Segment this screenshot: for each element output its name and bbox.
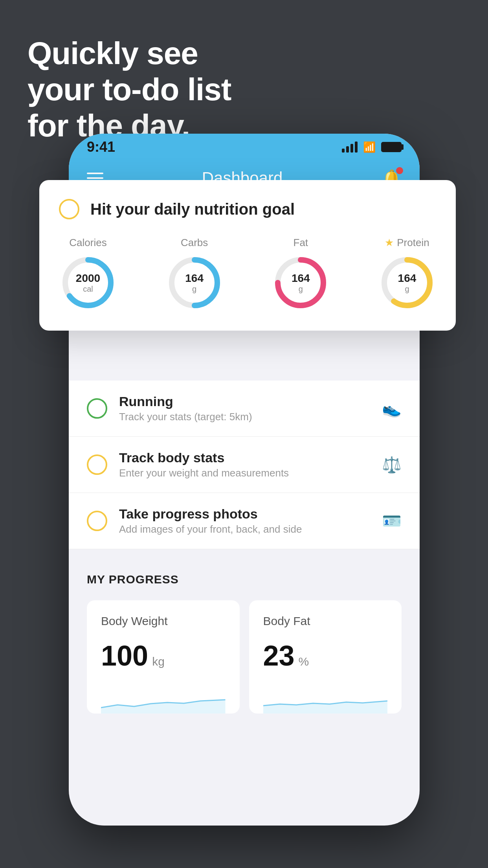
card-title: Hit your daily nutrition goal (90, 200, 295, 218)
protein-item: ★Protein 164 g (378, 237, 436, 312)
nutrition-stats: Calories 2000 cal Carbs (59, 237, 436, 312)
fat-donut: 164 g (272, 254, 330, 312)
body-weight-chart (101, 686, 226, 714)
body-fat-chart (263, 686, 388, 714)
fat-value-center: 164 g (292, 272, 310, 293)
fat-item: Fat 164 g (272, 237, 330, 312)
star-icon: ★ (385, 237, 394, 249)
body-weight-card[interactable]: Body Weight 100 kg (87, 600, 240, 714)
fat-unit: g (292, 284, 310, 293)
battery-icon (381, 142, 402, 152)
carbs-value: 164 (185, 272, 204, 285)
todo-item-progress-photos[interactable]: Take progress photos Add images of your … (69, 493, 420, 549)
progress-header: MY PROGRESS (87, 573, 402, 586)
body-weight-unit: kg (152, 655, 165, 668)
carbs-label: Carbs (181, 237, 208, 249)
carbs-item: Carbs 164 g (165, 237, 224, 312)
todo-circle-running (87, 398, 107, 419)
status-icons: 📶 (342, 141, 402, 153)
fat-label: Fat (294, 237, 308, 249)
protein-unit: g (398, 284, 416, 293)
body-weight-value-row: 100 kg (101, 640, 226, 672)
progress-section: MY PROGRESS Body Weight 100 kg Body Fat (69, 549, 420, 732)
status-time: 9:41 (87, 139, 115, 155)
todo-title-progress-photos: Take progress photos (119, 506, 370, 522)
protein-value-center: 164 g (398, 272, 416, 293)
todo-text-progress-photos: Take progress photos Add images of your … (119, 506, 370, 535)
signal-icon (342, 142, 358, 153)
wifi-icon: 📶 (363, 141, 376, 153)
todo-subtitle-running: Track your stats (target: 5km) (119, 411, 370, 423)
todo-title-body-stats: Track body stats (119, 450, 370, 465)
body-fat-value-row: 23 % (263, 640, 388, 672)
todo-subtitle-body-stats: Enter your weight and measurements (119, 467, 370, 479)
calories-unit: cal (76, 284, 100, 293)
svg-marker-0 (101, 700, 226, 714)
todo-list: Running Track your stats (target: 5km) 👟… (69, 381, 420, 549)
card-title-row: Hit your daily nutrition goal (59, 199, 436, 219)
body-fat-value: 23 (263, 640, 295, 672)
running-icon: 👟 (382, 399, 402, 418)
progress-cards: Body Weight 100 kg Body Fat 23 % (87, 600, 402, 714)
protein-donut: 164 g (378, 254, 436, 312)
calories-donut: 2000 cal (59, 254, 117, 312)
status-bar: 9:41 📶 (69, 134, 420, 160)
calories-label: Calories (69, 237, 106, 249)
body-fat-card[interactable]: Body Fat 23 % (249, 600, 402, 714)
todo-text-body-stats: Track body stats Enter your weight and m… (119, 450, 370, 479)
body-weight-value: 100 (101, 640, 148, 672)
protein-value: 164 (398, 272, 416, 285)
todo-circle-progress-photos (87, 511, 107, 531)
hero-headline: Quickly see your to-do list for the day. (28, 35, 231, 144)
goal-circle-indicator (59, 199, 79, 219)
fat-value: 164 (292, 272, 310, 285)
body-stats-icon: ⚖️ (382, 456, 402, 474)
calories-value-center: 2000 cal (76, 272, 100, 293)
todo-title-running: Running (119, 394, 370, 409)
carbs-donut: 164 g (165, 254, 224, 312)
body-weight-title: Body Weight (101, 614, 226, 628)
body-fat-unit: % (299, 655, 309, 668)
calories-item: Calories 2000 cal (59, 237, 117, 312)
nutrition-goal-card: Hit your daily nutrition goal Calories 2… (39, 180, 456, 331)
notification-badge (396, 167, 403, 174)
todo-text-running: Running Track your stats (target: 5km) (119, 394, 370, 423)
carbs-value-center: 164 g (185, 272, 204, 293)
carbs-unit: g (185, 284, 204, 293)
todo-subtitle-progress-photos: Add images of your front, back, and side (119, 523, 370, 535)
svg-marker-1 (263, 701, 388, 714)
body-fat-title: Body Fat (263, 614, 388, 628)
todo-item-body-stats[interactable]: Track body stats Enter your weight and m… (69, 437, 420, 493)
todo-item-running[interactable]: Running Track your stats (target: 5km) 👟 (69, 381, 420, 437)
protein-label: ★Protein (385, 237, 429, 249)
todo-circle-body-stats (87, 454, 107, 475)
calories-value: 2000 (76, 272, 100, 285)
photos-icon: 🪪 (382, 512, 402, 530)
